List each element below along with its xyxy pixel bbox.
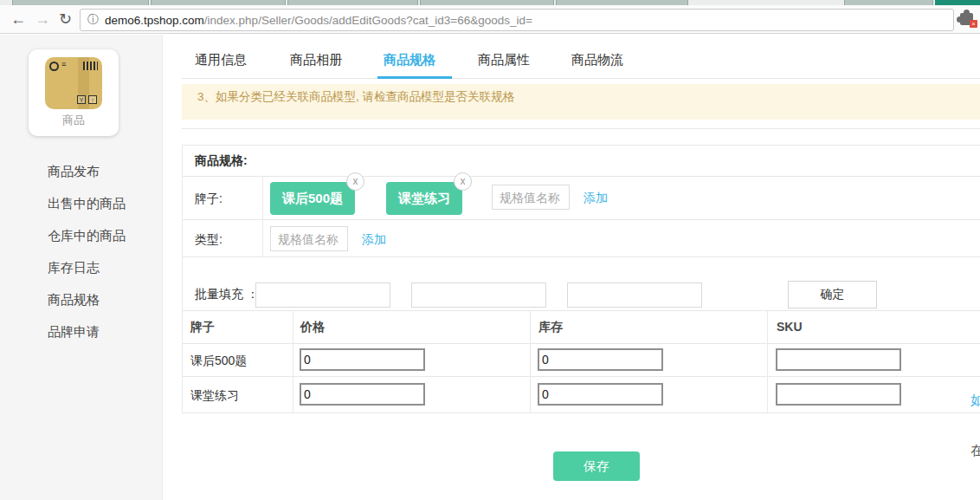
tab-goods-album[interactable]: 商品相册 [290, 52, 342, 68]
tag-close-icon[interactable]: x [454, 172, 472, 191]
notice-bar: 3、如果分类已经关联商品模型, 请检查商品模型是否关联规格 [182, 84, 980, 120]
browser-toolbar: ← → ↻ ⓘ demo6.tpshop.com/index.php/Selle… [0, 5, 980, 34]
tab-goods-spec[interactable]: 商品规格 [384, 52, 435, 68]
table-top-border [182, 310, 980, 311]
tab-goods-attr[interactable]: 商品属性 [478, 52, 530, 68]
divider [182, 128, 980, 129]
stock-input[interactable] [538, 383, 663, 406]
sku-input[interactable] [776, 348, 901, 371]
extension-error-badge: × [970, 20, 977, 28]
sidebar-item-on-sale-goods[interactable]: 出售中的商品 [0, 188, 162, 220]
confirm-button[interactable]: 确定 [788, 281, 877, 308]
back-icon[interactable]: ← [10, 9, 26, 29]
brand-spec-value-input[interactable] [492, 185, 570, 210]
type-row-label: 类型: [195, 232, 222, 248]
clipped-link-fragment[interactable]: 如 [970, 393, 980, 409]
sidebar-item-brand-apply[interactable]: 品牌申请 [0, 316, 162, 348]
batch-sku-input[interactable] [567, 282, 702, 308]
page: ← → ↻ ⓘ demo6.tpshop.com/index.php/Selle… [0, 0, 980, 500]
batch-stock-input[interactable] [411, 282, 546, 308]
tag-close-icon[interactable]: x [346, 172, 364, 191]
col-header-brand: 牌子 [190, 320, 215, 335]
row-brand-name: 课堂练习 [190, 388, 239, 404]
info-icon[interactable]: ⓘ [87, 12, 99, 28]
sidebar: Y ↑ 商品 商品发布 出售中的商品 仓库中的商品 库存日志 商品规格 品牌申请 [0, 35, 163, 500]
table-row-border [182, 376, 980, 377]
goods-card-label: 商品 [29, 113, 119, 128]
col-header-stock: 库存 [538, 320, 563, 335]
content-tabs: 通用信息 商品相册 商品规格 商品属性 商品物流 [182, 50, 980, 79]
brand-add-link[interactable]: 添加 [583, 191, 608, 206]
divider [182, 256, 980, 257]
tab-goods-logistics[interactable]: 商品物流 [571, 52, 623, 68]
batch-price-input[interactable] [255, 282, 390, 308]
sidebar-item-warehouse-goods[interactable]: 仓库中的商品 [0, 220, 162, 252]
this-side-up-icon: ↑ [88, 95, 97, 104]
active-tab-underline [377, 76, 452, 79]
logo-icon [49, 62, 59, 71]
sidebar-nav: 商品发布 出售中的商品 仓库中的商品 库存日志 商品规格 品牌申请 [0, 156, 162, 348]
url-path: /index.php/Seller/Goods/addEditGoods?cat… [204, 14, 532, 27]
brand-row-label: 牌子: [195, 192, 222, 207]
type-add-link[interactable]: 添加 [362, 232, 386, 248]
divider [182, 176, 980, 177]
spec-panel-left-border [182, 145, 183, 412]
forward-icon[interactable]: → [35, 9, 50, 29]
notice-text: 3、如果分类已经关联商品模型, 请检查商品模型是否关联规格 [182, 84, 980, 105]
row-brand-name: 课后500题 [190, 354, 247, 369]
price-input[interactable] [300, 348, 425, 371]
url-domain: demo6.tpshop.com [105, 14, 204, 27]
refresh-icon[interactable]: ↻ [59, 9, 72, 29]
divider [182, 219, 980, 220]
tab-general-info[interactable]: 通用信息 [195, 52, 247, 68]
tag-text: 课后500题 [282, 191, 343, 205]
sidebar-item-stock-log[interactable]: 库存日志 [0, 252, 162, 284]
sku-input[interactable] [776, 383, 901, 406]
type-spec-value-input[interactable] [270, 226, 348, 251]
sidebar-item-goods-spec[interactable]: 商品规格 [0, 284, 162, 316]
fragile-mark-icon: Y [77, 95, 86, 104]
address-bar[interactable]: ⓘ demo6.tpshop.com/index.php/Seller/Good… [80, 9, 954, 31]
table-header-border [182, 343, 980, 344]
table-column-divider [530, 310, 531, 412]
col-header-price: 价格 [300, 320, 325, 335]
package-box-icon: Y ↑ [45, 57, 102, 109]
clipped-text-fragment: 在 [970, 443, 980, 459]
table-column-divider [767, 310, 768, 412]
stock-input[interactable] [538, 348, 663, 371]
table-bottom-border [182, 412, 980, 413]
spec-panel-top-border [182, 145, 980, 146]
goods-category-card[interactable]: Y ↑ 商品 [29, 49, 119, 136]
save-button[interactable]: 保存 [553, 451, 640, 481]
spec-value-tag[interactable]: 课堂练习 x [386, 182, 462, 215]
table-column-divider [293, 310, 293, 412]
barcode-icon [83, 62, 98, 70]
sidebar-item-goods-publish[interactable]: 商品发布 [0, 156, 162, 188]
label-column-divider [262, 176, 263, 256]
spec-value-tag[interactable]: 课后500题 x [270, 182, 355, 215]
batch-fill-label: 批量填充 ： [195, 287, 259, 302]
price-input[interactable] [300, 383, 425, 406]
tag-text: 课堂练习 [398, 191, 450, 205]
col-header-sku: SKU [777, 320, 803, 334]
spec-section-title: 商品规格: [195, 153, 248, 169]
